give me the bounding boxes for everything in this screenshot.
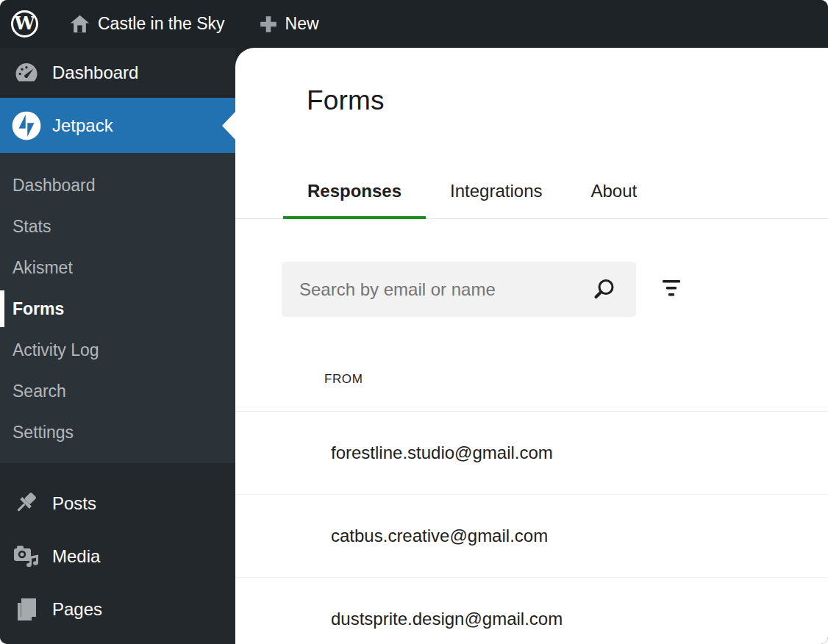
sidebar-item-posts[interactable]: Posts — [0, 477, 235, 530]
submenu-item-activity-log[interactable]: Activity Log — [0, 329, 235, 371]
dashboard-gauge-icon — [12, 58, 41, 87]
site-name-link[interactable]: Castle in the Sky — [98, 14, 225, 34]
sidebar-lower-menu: Posts Media — [0, 463, 235, 636]
table-row[interactable]: dustsprite.design@gmail.com — [235, 578, 828, 644]
filter-button[interactable] — [661, 279, 682, 300]
sidebar-item-media[interactable]: Media — [0, 530, 235, 583]
sidebar-item-jetpack[interactable]: Jetpack — [0, 98, 235, 153]
admin-sidebar: Dashboard Jetpack Dashboard Stats Akisme… — [0, 48, 235, 644]
column-header-from: FROM — [324, 372, 363, 386]
table-row[interactable]: catbus.creative@gmail.com — [235, 495, 828, 578]
row-from-email: forestline.studio@gmail.com — [331, 443, 553, 463]
plus-icon[interactable] — [259, 15, 278, 34]
responses-toolbar — [282, 262, 828, 317]
search-box[interactable] — [282, 262, 636, 317]
sidebar-item-label: Media — [52, 546, 100, 567]
row-from-email: dustsprite.design@gmail.com — [331, 609, 563, 629]
media-icon — [12, 542, 41, 571]
sidebar-item-label: Dashboard — [52, 62, 138, 83]
jetpack-icon — [12, 111, 41, 140]
submenu-item-search[interactable]: Search — [0, 371, 235, 412]
submenu-item-settings[interactable]: Settings — [0, 412, 235, 453]
app-window: W Castle in the Sky New — [0, 0, 828, 644]
sidebar-item-label: Jetpack — [52, 115, 113, 136]
admin-top-bar: W Castle in the Sky New — [0, 0, 828, 48]
submenu-item-label: Settings — [13, 423, 74, 443]
tab-about[interactable]: About — [566, 181, 661, 218]
main-content-panel: Forms Responses Integrations About — [235, 48, 828, 644]
submenu-item-forms[interactable]: Forms — [0, 288, 235, 329]
submenu-item-dashboard[interactable]: Dashboard — [0, 165, 235, 206]
new-link[interactable]: New — [285, 14, 319, 34]
search-input[interactable] — [282, 262, 590, 317]
pushpin-icon — [12, 489, 41, 518]
sidebar-item-label: Pages — [52, 599, 102, 620]
row-from-email: catbus.creative@gmail.com — [331, 526, 548, 546]
submenu-item-label: Search — [13, 382, 66, 401]
wordpress-logo-icon[interactable]: W — [11, 10, 38, 37]
tab-responses[interactable]: Responses — [283, 181, 426, 218]
sidebar-item-pages[interactable]: Pages — [0, 583, 235, 636]
sidebar-item-dashboard[interactable]: Dashboard — [0, 48, 235, 98]
table-header: FROM — [235, 317, 828, 387]
sidebar-item-label: Posts — [52, 493, 96, 514]
filter-icon — [661, 279, 682, 300]
pages-icon — [12, 595, 41, 624]
search-icon[interactable] — [590, 276, 617, 303]
tabs-bar: Responses Integrations About — [235, 181, 828, 219]
submenu-item-label: Dashboard — [13, 176, 96, 196]
submenu-item-akismet[interactable]: Akismet — [0, 247, 235, 288]
table-row[interactable]: forestline.studio@gmail.com — [235, 412, 828, 495]
page-title: Forms — [307, 87, 828, 114]
home-icon[interactable] — [68, 13, 91, 35]
submenu-item-stats[interactable]: Stats — [0, 206, 235, 247]
submenu-item-label: Forms — [13, 299, 64, 319]
submenu-item-label: Activity Log — [13, 340, 99, 360]
submenu-item-label: Stats — [13, 217, 51, 237]
jetpack-submenu: Dashboard Stats Akismet Forms Activity L… — [0, 153, 235, 463]
tab-integrations[interactable]: Integrations — [426, 181, 566, 218]
submenu-item-label: Akismet — [13, 258, 73, 278]
